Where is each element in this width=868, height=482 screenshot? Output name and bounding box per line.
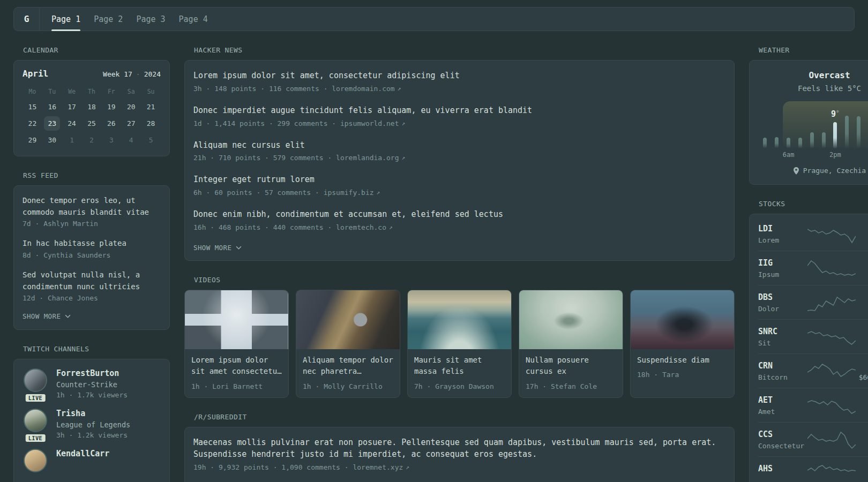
weekday-label: Mo <box>28 84 36 100</box>
stock-row[interactable]: AHS+0.46% <box>758 456 868 482</box>
app-logo[interactable]: G <box>14 7 39 31</box>
dashboard-grid: CALENDAR April Week 17 · 2024 MoTuWeThFr… <box>13 31 855 482</box>
hn-show-more-button[interactable]: SHOW MORE <box>193 244 242 252</box>
video-meta: 17h · Stefan Cole <box>526 382 616 390</box>
weather-bar-slot <box>759 101 771 148</box>
video-card[interactable]: Aliquam tempor dolor nec pharetra…1h · M… <box>296 290 400 398</box>
post-title[interactable]: Maecenas mollis pulvinar erat non posuer… <box>193 437 725 461</box>
hn-item-meta[interactable]: 6h · 60 points · 57 comments · ipsumify.… <box>193 189 725 197</box>
stocks-widget: LDILorem+4.35%$795.18IIGIpsum+2.84%$42.0… <box>749 214 868 482</box>
stock-row[interactable]: AETAmet+0.92%$499.72 <box>758 388 868 422</box>
external-link-icon: ↗ <box>406 464 409 471</box>
rss-item-title[interactable]: Sed volutpat nulla nisl, a condimentum n… <box>23 269 161 292</box>
weather-condition: Overcast <box>759 70 868 80</box>
stock-name: Bitcorn <box>758 373 807 381</box>
twitch-channel-meta: 3h · 1.2k viewers <box>56 431 130 439</box>
hn-item-meta[interactable]: 21h · 710 points · 579 comments · loreml… <box>193 154 725 162</box>
stock-name: Sit <box>758 339 807 347</box>
video-card[interactable]: Suspendisse diam18h · Tara <box>630 290 735 398</box>
video-title[interactable]: Suspendisse diam <box>637 355 728 366</box>
twitch-channel-row[interactable]: LIVEForrestBurtonCounter-Strike1h · 1.7k… <box>23 368 161 399</box>
video-title[interactable]: Aliquam tempor dolor nec pharetra… <box>303 355 393 378</box>
videos-row: Lorem ipsum dolor sit amet consectetu…1h… <box>184 290 735 398</box>
hn-item-title[interactable]: Donec imperdiet augue tincidunt felis al… <box>193 105 725 117</box>
video-meta: 1h · Molly Carrillo <box>303 382 393 390</box>
weather-time-labels: 6am2pm10pm <box>759 151 868 160</box>
calendar-day: 15 <box>24 100 40 114</box>
hn-item-meta[interactable]: 16h · 468 points · 440 comments · loremt… <box>193 223 725 231</box>
twitch-channel-name[interactable]: Trisha <box>56 409 130 418</box>
stock-change: +0.92% <box>856 395 868 405</box>
rss-show-more-button[interactable]: SHOW MORE <box>23 312 71 320</box>
rss-item-title[interactable]: Donec tempor eros leo, ut commodo mauris… <box>23 195 161 218</box>
stock-name: Dolor <box>758 305 807 313</box>
tab-page-1[interactable]: Page 1 <box>51 7 80 31</box>
twitch-channel-game: League of Legends <box>56 420 130 429</box>
twitch-channel-name[interactable]: KendallCarr <box>56 449 109 458</box>
twitch-channel-name[interactable]: ForrestBurton <box>56 368 128 378</box>
video-title[interactable]: Lorem ipsum dolor sit amet consectetu… <box>191 355 282 378</box>
video-card[interactable]: Nullam posuere cursus ex17h · Stefan Col… <box>519 290 623 398</box>
stock-row[interactable]: IIGIpsum+2.84%$42.04 <box>758 251 868 285</box>
stock-ticker: CRN <box>758 361 807 371</box>
hn-item-title[interactable]: Integer eget rutrum lorem <box>193 174 725 186</box>
weather-bar-slot <box>853 101 865 148</box>
external-link-icon: ↗ <box>389 224 393 231</box>
tab-page-3[interactable]: Page 3 <box>136 7 165 31</box>
post-meta[interactable]: 19h · 9,932 points · 1,090 comments · lo… <box>193 463 725 471</box>
twitch-channel-row[interactable]: LIVETrishaLeague of Legends3h · 1.2k vie… <box>23 409 161 439</box>
twitch-channel-info: TrishaLeague of Legends3h · 1.2k viewers <box>56 409 130 439</box>
live-badge: LIVE <box>25 433 47 443</box>
weather-section-title: WEATHER <box>749 46 868 54</box>
calendar-day: 25 <box>84 116 100 131</box>
hn-item-title[interactable]: Lorem ipsum dolor sit amet, consectetur … <box>193 70 725 82</box>
chevron-down-icon <box>65 314 71 318</box>
hn-item-title[interactable]: Aliquam nec cursus elit <box>193 140 725 152</box>
hn-list: Lorem ipsum dolor sit amet, consectetur … <box>193 70 725 231</box>
stock-price: $66,171.48 <box>856 373 868 381</box>
video-card[interactable]: Mauris sit amet massa felis7h · Grayson … <box>407 290 512 398</box>
stock-id: AHS <box>758 464 807 482</box>
hn-item-meta[interactable]: 1d · 1,414 points · 299 comments · ipsum… <box>193 119 725 127</box>
hn-item-meta[interactable]: 3h · 148 points · 116 comments · loremdo… <box>193 85 725 93</box>
stock-price: $42.04 <box>856 270 868 278</box>
time-label: 2pm <box>829 151 841 159</box>
hn-item-title[interactable]: Donec enim nibh, condimentum et accumsan… <box>193 209 725 221</box>
stock-row[interactable]: SNRCSit+1.36%$148.64 <box>758 319 868 353</box>
weather-bar-current <box>833 122 837 148</box>
tab-page-4[interactable]: Page 4 <box>179 7 208 31</box>
stock-price: $795.18 <box>856 236 868 244</box>
tab-page-2[interactable]: Page 2 <box>94 7 123 31</box>
stock-sparkline <box>807 224 856 244</box>
calendar-day: 28 <box>143 116 159 131</box>
rss-item-title[interactable]: In hac habitasse platea <box>23 238 161 250</box>
video-card-body: Lorem ipsum dolor sit amet consectetu…1h… <box>185 349 288 397</box>
weather-bar <box>810 132 814 148</box>
stock-row[interactable]: CCSConsectetur+0.51%$165.84 <box>758 422 868 456</box>
stock-change: +1.36% <box>856 327 868 336</box>
calendar-weekday-row: MoTuWeThFrSaSu <box>23 84 161 100</box>
right-column: WEATHER Overcast Feels like 5°C 9° 6am2p… <box>749 31 868 482</box>
avatar <box>24 449 47 472</box>
avatar <box>24 368 47 392</box>
stock-id: CRNBitcorn <box>758 361 807 381</box>
time-label: 6am <box>783 151 795 159</box>
weather-bar <box>822 132 826 148</box>
calendar-section-title: CALENDAR <box>13 46 170 54</box>
stock-price: $165.84 <box>856 442 868 450</box>
videos-section-title: VIDEOS <box>184 276 735 284</box>
stock-sparkline <box>807 362 856 381</box>
stock-row[interactable]: LDILorem+4.35%$795.18 <box>758 217 868 251</box>
calendar-widget: April Week 17 · 2024 MoTuWeThFrSaSu 1516… <box>13 60 170 156</box>
stock-values: +1.42%$156.28 <box>856 292 868 313</box>
twitch-channel-row[interactable]: KendallCarr <box>23 449 161 472</box>
twitch-avatar <box>23 449 48 472</box>
stock-values: -1.00%$66,171.48 <box>856 361 868 381</box>
stock-row[interactable]: CRNBitcorn-1.00%$66,171.48 <box>758 353 868 388</box>
stock-name: Lorem <box>758 236 807 244</box>
calendar-day: 2 <box>84 133 100 147</box>
video-title[interactable]: Mauris sit amet massa felis <box>414 355 505 378</box>
stock-row[interactable]: DBSDolor+1.42%$156.28 <box>758 285 868 319</box>
video-card[interactable]: Lorem ipsum dolor sit amet consectetu…1h… <box>184 290 289 398</box>
video-title[interactable]: Nullam posuere cursus ex <box>526 355 616 378</box>
